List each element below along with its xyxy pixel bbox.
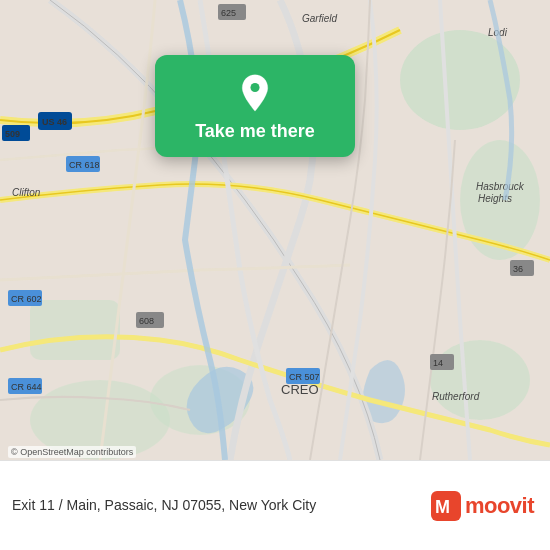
map-container: US 46 509 CR 618 CR 602 CR 644 CR 507 62… (0, 0, 550, 460)
address-text: Exit 11 / Main, Passaic, NJ 07055, New Y… (12, 496, 421, 516)
take-me-there-card[interactable]: Take me there (155, 55, 355, 157)
svg-point-33 (250, 83, 259, 92)
svg-text:509: 509 (5, 129, 20, 139)
svg-point-3 (430, 340, 530, 420)
moovit-logo: M moovit (431, 491, 534, 521)
svg-text:Garfield: Garfield (302, 13, 337, 24)
location-pin-icon (235, 73, 275, 113)
svg-text:CR 618: CR 618 (69, 160, 100, 170)
bottom-bar: Exit 11 / Main, Passaic, NJ 07055, New Y… (0, 460, 550, 550)
svg-text:CR 644: CR 644 (11, 382, 42, 392)
svg-text:US 46: US 46 (42, 117, 67, 127)
svg-text:Hasbrouck: Hasbrouck (476, 181, 525, 192)
moovit-text: moovit (465, 493, 534, 519)
svg-text:14: 14 (433, 358, 443, 368)
svg-rect-6 (30, 300, 120, 360)
svg-text:608: 608 (139, 316, 154, 326)
svg-text:Clifton: Clifton (12, 187, 41, 198)
moovit-icon: M (431, 491, 461, 521)
svg-text:625: 625 (221, 8, 236, 18)
svg-text:Rutherford: Rutherford (432, 391, 480, 402)
osm-attribution: © OpenStreetMap contributors (8, 446, 136, 458)
svg-text:M: M (435, 497, 450, 517)
svg-text:36: 36 (513, 264, 523, 274)
svg-text:CR 602: CR 602 (11, 294, 42, 304)
svg-text:CR 507: CR 507 (289, 372, 320, 382)
creo-label: CREO (281, 382, 319, 397)
take-me-there-label: Take me there (195, 121, 315, 143)
